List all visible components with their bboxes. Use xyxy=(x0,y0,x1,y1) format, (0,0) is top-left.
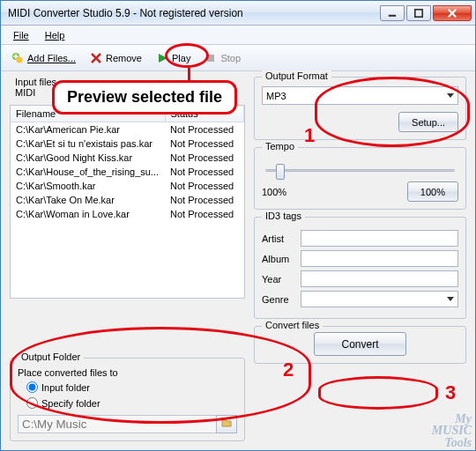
chevron-down-icon xyxy=(447,93,454,99)
maximize-button[interactable] xyxy=(406,5,431,21)
artist-label: Artist xyxy=(262,233,295,244)
minimize-button[interactable] xyxy=(380,5,405,21)
window-title: MIDI Converter Studio 5.9 - Not register… xyxy=(8,7,380,19)
add-icon xyxy=(11,52,24,64)
tempo-legend: Tempo xyxy=(262,141,298,152)
output-format-legend: Output Format xyxy=(262,70,331,81)
add-files-button[interactable]: Add Files... xyxy=(6,49,81,67)
slider-thumb[interactable] xyxy=(276,164,285,180)
convert-group: Convert files Convert xyxy=(254,326,466,364)
radio-specify-folder[interactable]: Specify folder xyxy=(26,396,237,410)
artist-input[interactable] xyxy=(301,230,458,247)
table-row[interactable]: C:\Kar\American Pie.karNot Processed xyxy=(11,122,244,137)
table-row[interactable]: C:\Kar\Good Night Kiss.karNot Processed xyxy=(11,151,244,165)
browse-folder-button[interactable] xyxy=(216,415,237,433)
output-path-input[interactable] xyxy=(18,415,217,433)
col-filename[interactable]: Filename xyxy=(11,106,165,122)
remove-button[interactable]: Remove xyxy=(85,49,147,67)
chevron-down-icon xyxy=(447,297,454,302)
genre-select[interactable] xyxy=(301,291,458,307)
svg-rect-1 xyxy=(415,9,422,16)
album-label: Album xyxy=(262,254,295,264)
output-format-group: Output Format MP3 Setup... xyxy=(254,77,466,140)
col-status[interactable]: Status xyxy=(165,106,244,122)
year-input[interactable] xyxy=(301,270,458,287)
toolbar: Add Files... Remove Play Stop xyxy=(1,45,475,71)
menu-file[interactable]: File xyxy=(6,28,36,42)
table-row[interactable]: C:\Kar\Smooth.karNot Processed xyxy=(11,179,244,193)
id3-legend: ID3 tags xyxy=(262,211,305,221)
id3-group: ID3 tags Artist Album Year Genre xyxy=(254,217,466,319)
genre-label: Genre xyxy=(262,294,295,305)
tempo-reset-button[interactable]: 100% xyxy=(407,181,458,202)
input-files-heading: Input filesMIDI xyxy=(10,77,245,98)
stop-icon xyxy=(205,52,217,64)
close-button[interactable] xyxy=(433,5,472,21)
tempo-group: Tempo 100% 100% xyxy=(254,147,466,210)
remove-icon xyxy=(90,52,102,64)
convert-button[interactable]: Convert xyxy=(314,332,405,356)
app-window: MIDI Converter Studio 5.9 - Not register… xyxy=(0,0,476,451)
play-button[interactable]: Play xyxy=(151,49,196,67)
year-label: Year xyxy=(262,274,295,285)
svg-point-5 xyxy=(17,56,23,63)
play-icon xyxy=(156,52,168,64)
setup-button[interactable]: Setup... xyxy=(398,112,458,132)
tempo-slider[interactable] xyxy=(262,160,458,180)
menu-help[interactable]: Help xyxy=(38,28,72,42)
tempo-value: 100% xyxy=(262,187,286,197)
menubar: File Help xyxy=(1,26,475,45)
folder-icon xyxy=(221,418,232,428)
table-row[interactable]: C:\Kar\Take On Me.karNot Processed xyxy=(11,193,244,207)
output-folder-group: Output Folder Place converted files to I… xyxy=(10,358,245,441)
stop-button[interactable]: Stop xyxy=(199,49,246,67)
table-row[interactable]: C:\Kar\Et si tu n'existais pas.karNot Pr… xyxy=(11,137,244,151)
convert-legend: Convert files xyxy=(262,320,323,330)
output-folder-legend: Output Folder xyxy=(18,351,84,362)
titlebar: MIDI Converter Studio 5.9 - Not register… xyxy=(1,1,475,26)
album-input[interactable] xyxy=(301,250,458,267)
file-list[interactable]: Filename Status C:\Kar\American Pie.karN… xyxy=(10,105,245,299)
format-select[interactable]: MP3 xyxy=(262,86,458,105)
radio-input-folder[interactable]: Input folder xyxy=(26,381,237,394)
table-row[interactable]: C:\Kar\House_of_the_rising_su...Not Proc… xyxy=(11,165,244,179)
place-files-label: Place converted files to xyxy=(18,367,237,378)
table-row[interactable]: C:\Kar\Woman in Love.karNot Processed xyxy=(11,207,244,221)
svg-rect-6 xyxy=(207,55,214,62)
